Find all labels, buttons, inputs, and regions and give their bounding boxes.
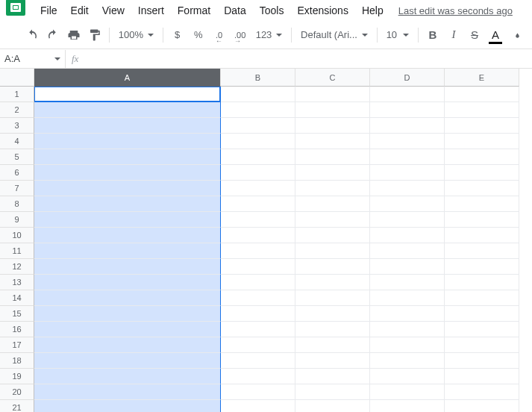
- cell-D7[interactable]: [370, 181, 445, 196]
- cell-D5[interactable]: [370, 149, 445, 165]
- cell-C7[interactable]: [295, 181, 370, 196]
- bold-button[interactable]: B: [423, 25, 442, 45]
- cell-D10[interactable]: [370, 228, 445, 243]
- row-header-15[interactable]: 15: [0, 306, 34, 322]
- cell-E8[interactable]: [445, 196, 519, 212]
- cell-B14[interactable]: [221, 290, 295, 306]
- cell-C2[interactable]: [295, 102, 370, 118]
- cell-B13[interactable]: [221, 275, 295, 290]
- cell-A13[interactable]: [34, 275, 221, 290]
- menu-edit[interactable]: Edit: [65, 1, 95, 19]
- menu-view[interactable]: View: [96, 1, 131, 19]
- cell-E4[interactable]: [445, 134, 519, 149]
- row-header-12[interactable]: 12: [0, 259, 34, 275]
- font-size-dropdown[interactable]: 10: [382, 25, 414, 45]
- cell-D12[interactable]: [370, 259, 445, 275]
- decrease-decimal-button[interactable]: .0←: [210, 25, 229, 45]
- cell-C21[interactable]: [295, 400, 370, 412]
- cell-E19[interactable]: [445, 369, 519, 384]
- menu-file[interactable]: File: [34, 1, 63, 19]
- row-header-3[interactable]: 3: [0, 118, 34, 134]
- cell-D20[interactable]: [370, 384, 445, 400]
- cell-A8[interactable]: [34, 196, 221, 212]
- menu-data[interactable]: Data: [218, 1, 252, 19]
- cell-B4[interactable]: [221, 134, 295, 149]
- cell-D1[interactable]: [370, 87, 445, 102]
- cell-E21[interactable]: [445, 400, 519, 412]
- cell-A9[interactable]: [34, 212, 221, 228]
- text-color-button[interactable]: A: [486, 25, 505, 45]
- cell-D3[interactable]: [370, 118, 445, 134]
- cell-D19[interactable]: [370, 369, 445, 384]
- cell-C17[interactable]: [295, 337, 370, 353]
- cell-E9[interactable]: [445, 212, 519, 228]
- increase-decimal-button[interactable]: .00→: [231, 25, 250, 45]
- font-dropdown[interactable]: Default (Ari...: [296, 25, 372, 45]
- strikethrough-button[interactable]: S: [465, 25, 484, 45]
- row-header-21[interactable]: 21: [0, 400, 34, 412]
- cell-C11[interactable]: [295, 243, 370, 259]
- column-header-A[interactable]: A: [34, 69, 221, 87]
- cell-E2[interactable]: [445, 102, 519, 118]
- zoom-dropdown[interactable]: 100%: [114, 25, 158, 45]
- cell-A19[interactable]: [34, 369, 221, 384]
- cell-A10[interactable]: [34, 228, 221, 243]
- row-header-1[interactable]: 1: [0, 87, 34, 102]
- cell-E16[interactable]: [445, 322, 519, 337]
- cell-A21[interactable]: [34, 400, 221, 412]
- row-header-14[interactable]: 14: [0, 290, 34, 306]
- cell-B19[interactable]: [221, 369, 295, 384]
- row-header-19[interactable]: 19: [0, 369, 34, 384]
- cell-A17[interactable]: [34, 337, 221, 353]
- cell-C9[interactable]: [295, 212, 370, 228]
- cell-D9[interactable]: [370, 212, 445, 228]
- row-header-2[interactable]: 2: [0, 102, 34, 118]
- cell-B9[interactable]: [221, 212, 295, 228]
- cell-E10[interactable]: [445, 228, 519, 243]
- cell-A18[interactable]: [34, 353, 221, 369]
- cell-D17[interactable]: [370, 337, 445, 353]
- cell-E3[interactable]: [445, 118, 519, 134]
- cell-E1[interactable]: [445, 87, 519, 102]
- cell-C20[interactable]: [295, 384, 370, 400]
- cell-B12[interactable]: [221, 259, 295, 275]
- cell-A3[interactable]: [34, 118, 221, 134]
- menu-format[interactable]: Format: [172, 1, 216, 19]
- cell-E12[interactable]: [445, 259, 519, 275]
- cell-B20[interactable]: [221, 384, 295, 400]
- cell-A16[interactable]: [34, 322, 221, 337]
- row-header-6[interactable]: 6: [0, 165, 34, 181]
- cell-A12[interactable]: [34, 259, 221, 275]
- cell-B2[interactable]: [221, 102, 295, 118]
- cell-A5[interactable]: [34, 149, 221, 165]
- cell-C16[interactable]: [295, 322, 370, 337]
- cell-E7[interactable]: [445, 181, 519, 196]
- cell-E20[interactable]: [445, 384, 519, 400]
- cell-C18[interactable]: [295, 353, 370, 369]
- column-header-D[interactable]: D: [370, 69, 445, 87]
- menu-tools[interactable]: Tools: [254, 1, 290, 19]
- menu-insert[interactable]: Insert: [132, 1, 170, 19]
- cell-B18[interactable]: [221, 353, 295, 369]
- cell-E15[interactable]: [445, 306, 519, 322]
- cell-A7[interactable]: [34, 181, 221, 196]
- cell-B5[interactable]: [221, 149, 295, 165]
- cell-A15[interactable]: [34, 306, 221, 322]
- currency-button[interactable]: $: [168, 25, 187, 45]
- cell-D2[interactable]: [370, 102, 445, 118]
- cell-B6[interactable]: [221, 165, 295, 181]
- row-header-5[interactable]: 5: [0, 149, 34, 165]
- last-edit-link[interactable]: Last edit was seconds ago: [398, 5, 513, 16]
- row-header-13[interactable]: 13: [0, 275, 34, 290]
- cell-E14[interactable]: [445, 290, 519, 306]
- cell-D13[interactable]: [370, 275, 445, 290]
- row-header-18[interactable]: 18: [0, 353, 34, 369]
- redo-button[interactable]: [43, 25, 63, 45]
- sheets-logo-icon[interactable]: [6, 0, 25, 16]
- row-header-20[interactable]: 20: [0, 384, 34, 400]
- row-header-8[interactable]: 8: [0, 196, 34, 212]
- row-header-11[interactable]: 11: [0, 243, 34, 259]
- cell-C4[interactable]: [295, 134, 370, 149]
- cell-D15[interactable]: [370, 306, 445, 322]
- formula-bar-input[interactable]: [84, 50, 532, 68]
